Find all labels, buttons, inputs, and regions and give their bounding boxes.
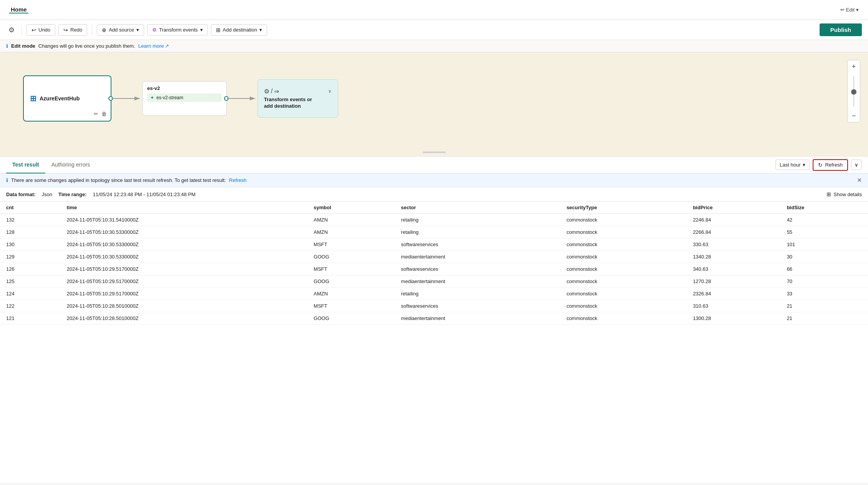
cell-r8-c6: 21	[781, 312, 868, 325]
cell-r1-c1: 2024-11-05T05:10:30.5330000Z	[60, 226, 307, 238]
add-dest-chevron-icon: ▾	[259, 27, 262, 33]
learn-more-label: Learn more	[138, 43, 164, 49]
redo-button[interactable]: ↪ Redo	[58, 24, 87, 36]
time-range-select[interactable]: Last hour ▾	[775, 160, 810, 170]
table-row: 1302024-11-05T05:10:30.5330000ZMSFTsoftw…	[0, 238, 868, 251]
es-stream-label: ✦ es-v2-stream	[147, 93, 222, 102]
zoom-in-button[interactable]: +	[848, 60, 860, 73]
delete-node-button[interactable]: 🗑	[101, 111, 107, 117]
cell-r1-c3: retailing	[395, 226, 561, 238]
cell-r6-c4: commonstock	[560, 288, 687, 300]
redo-icon: ↪	[63, 27, 68, 33]
home-tab[interactable]: Home	[9, 6, 28, 13]
cell-r5-c3: mediaentertainment	[395, 275, 561, 288]
cell-r2-c3: softwareservices	[395, 238, 561, 251]
transform-events-button[interactable]: ⚙ Transform events ▾	[147, 24, 208, 35]
toolbar-divider	[22, 25, 22, 35]
warning-refresh-link[interactable]: Refresh	[229, 177, 247, 183]
learn-more-link[interactable]: Learn more ↗	[138, 43, 169, 49]
undo-button[interactable]: ↩ Undo	[27, 24, 55, 36]
transform-separator: /	[271, 88, 272, 95]
transform-chevron-icon: ▾	[200, 27, 203, 33]
add-source-button[interactable]: ⊕ Add source ▾	[97, 24, 144, 36]
settings-button[interactable]: ⚙	[6, 23, 17, 37]
cell-r2-c0: 130	[0, 238, 60, 251]
refresh-button[interactable]: ↻ Refresh	[813, 159, 848, 171]
external-link-icon: ↗	[165, 43, 169, 49]
col-cnt: cnt	[0, 202, 60, 214]
connector-line-2	[227, 95, 257, 102]
tab-authoring-errors[interactable]: Authoring errors	[45, 157, 96, 173]
cell-r7-c2: MSFT	[307, 300, 395, 312]
transform-header: ⚙ / ⇒ ∨	[264, 88, 332, 95]
cell-r3-c6: 30	[781, 251, 868, 263]
transform-text: Transform events or add destination	[264, 97, 312, 110]
edit-chevron-icon: ▾	[856, 7, 859, 13]
cell-r2-c5: 330.63	[687, 238, 780, 251]
bottom-panel: Test result Authoring errors Last hour ▾…	[0, 156, 868, 483]
col-symbol: symbol	[307, 202, 395, 214]
cell-r6-c5: 2326.84	[687, 288, 780, 300]
canvas: ⊞ AzureEventHub ✏ 🗑 es-v2 ✦ es-v2-stream	[0, 52, 868, 156]
cell-r3-c2: GOOG	[307, 251, 395, 263]
transform-chevron-icon: ∨	[328, 88, 332, 94]
nav-right: ✏ Edit ▾	[840, 7, 859, 13]
edit-button[interactable]: ✏ Edit ▾	[840, 7, 859, 13]
zoom-out-button[interactable]: −	[848, 110, 860, 122]
toolbar-divider2	[92, 25, 92, 35]
cell-r2-c1: 2024-11-05T05:10:30.5330000Z	[60, 238, 307, 251]
cell-r1-c2: AMZN	[307, 226, 395, 238]
cell-r1-c4: commonstock	[560, 226, 687, 238]
col-sector: sector	[395, 202, 561, 214]
more-chevron-icon: ∨	[855, 162, 858, 168]
cell-r0-c0: 132	[0, 214, 60, 226]
cell-r8-c5: 1300.28	[687, 312, 780, 325]
cell-r8-c2: GOOG	[307, 312, 395, 325]
es-v2-title: es-v2	[147, 85, 222, 91]
table-row: 1212024-11-05T05:10:28.5010000ZGOOGmedia…	[0, 312, 868, 325]
cell-r7-c5: 310.63	[687, 300, 780, 312]
cell-r8-c3: mediaentertainment	[395, 312, 561, 325]
cell-r5-c0: 125	[0, 275, 60, 288]
table-row: 1282024-11-05T05:10:30.5330000ZAMZNretai…	[0, 226, 868, 238]
table-row: 1322024-11-05T05:10:31.5410000ZAMZNretai…	[0, 214, 868, 226]
transform-icon: ⚙	[152, 27, 157, 33]
zoom-track	[853, 76, 854, 107]
azure-hub-icon: ⊞	[30, 94, 37, 103]
zoom-controls: + −	[847, 60, 860, 122]
cell-r0-c5: 2246.84	[687, 214, 780, 226]
tab-test-result[interactable]: Test result	[6, 157, 45, 173]
table-row: 1252024-11-05T05:10:29.5170000ZGOOGmedia…	[0, 275, 868, 288]
cell-r6-c1: 2024-11-05T05:10:29.5170000Z	[60, 288, 307, 300]
data-table: cnt time symbol sector securityType bidP…	[0, 202, 868, 325]
azure-eventhub-node[interactable]: ⊞ AzureEventHub ✏ 🗑	[23, 75, 111, 122]
warning-close-button[interactable]: ✕	[857, 177, 862, 184]
show-details-button[interactable]: ⊞ Show details	[827, 191, 862, 197]
add-source-label: Add source	[109, 27, 134, 33]
undo-icon: ↩	[32, 27, 36, 33]
more-options-button[interactable]: ∨	[851, 160, 862, 170]
cell-r4-c3: softwareservices	[395, 263, 561, 275]
add-destination-label: Add destination	[223, 27, 257, 33]
es-v2-node[interactable]: es-v2 ✦ es-v2-stream	[142, 81, 227, 116]
transform-events-label: Transform events	[159, 27, 198, 33]
publish-button[interactable]: Publish	[820, 23, 862, 36]
table-row: 1242024-11-05T05:10:29.5170000ZAMZNretai…	[0, 288, 868, 300]
cell-r7-c6: 21	[781, 300, 868, 312]
add-destination-button[interactable]: ⊞ Add destination ▾	[211, 24, 267, 36]
data-format-value: Json	[42, 192, 52, 197]
data-info-bar: Data format: Json Time range: 11/05/24 1…	[0, 187, 868, 202]
cell-r3-c0: 129	[0, 251, 60, 263]
cell-r0-c2: AMZN	[307, 214, 395, 226]
table-row: 1222024-11-05T05:10:28.5010000ZMSFTsoftw…	[0, 300, 868, 312]
cell-r4-c4: commonstock	[560, 263, 687, 275]
time-range-display: 11/05/24 12:23:48 PM - 11/05/24 01:23:48…	[93, 192, 196, 197]
top-nav: Home ✏ Edit ▾	[0, 0, 868, 20]
zoom-slider[interactable]	[853, 73, 854, 110]
cell-r3-c5: 1340.28	[687, 251, 780, 263]
cell-r4-c0: 126	[0, 263, 60, 275]
cell-r5-c4: commonstock	[560, 275, 687, 288]
transform-node[interactable]: ⚙ / ⇒ ∨ Transform events or add destinat…	[257, 79, 338, 118]
cell-r0-c1: 2024-11-05T05:10:31.5410000Z	[60, 214, 307, 226]
edit-node-button[interactable]: ✏	[94, 111, 98, 117]
